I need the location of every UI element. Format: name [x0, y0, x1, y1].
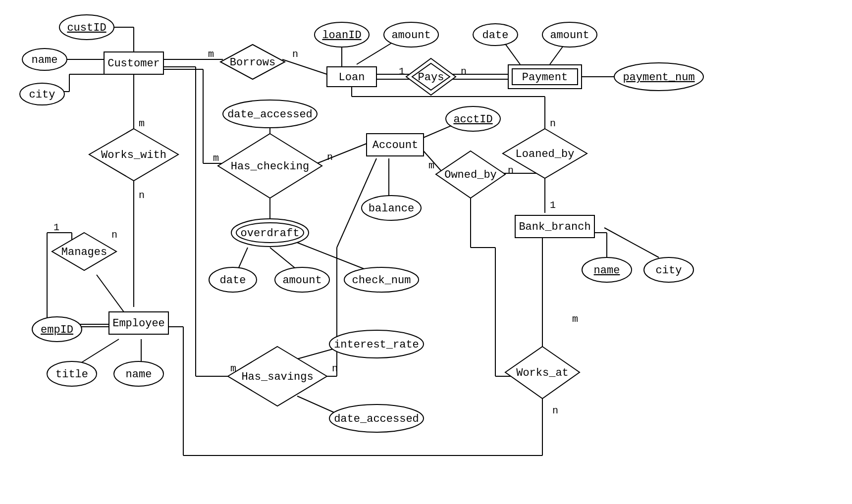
svg-text:n: n	[327, 151, 333, 163]
svg-text:m: m	[230, 363, 236, 374]
attr-payment-num: payment_num	[614, 63, 703, 91]
attr-branch-city: city	[644, 257, 693, 282]
svg-text:overdraft: overdraft	[241, 227, 300, 240]
svg-line-22	[317, 144, 367, 163]
entity-payment: Payment	[508, 65, 582, 89]
svg-text:payment_num: payment_num	[623, 71, 694, 84]
svg-text:check_num: check_num	[352, 274, 411, 287]
rel-borrows: Borrows	[220, 45, 285, 79]
attr-custid: custID	[59, 15, 114, 40]
rel-has-checking-label: Has_checking	[231, 160, 309, 173]
rel-works-with: Works_with	[89, 129, 178, 181]
svg-text:date_accessed: date_accessed	[227, 108, 313, 121]
svg-text:interest_rate: interest_rate	[334, 339, 419, 351]
attr-emp-name: name	[114, 361, 163, 386]
entity-bank-branch-label: Bank_branch	[519, 221, 590, 233]
rel-owned-by: Owned_by	[436, 151, 505, 198]
attr-cust-name: name	[22, 49, 67, 70]
entity-loan: Loan	[327, 67, 376, 87]
svg-text:1: 1	[399, 66, 405, 77]
svg-text:n: n	[332, 363, 338, 374]
attr-sav-date-accessed: date_accessed	[329, 404, 424, 432]
svg-text:balance: balance	[369, 202, 414, 215]
attr-pay-date: date	[473, 24, 518, 46]
rel-loaned-by-label: Loaned_by	[516, 148, 575, 160]
attr-branch-name: name	[582, 257, 632, 282]
rel-loaned-by: Loaned_by	[503, 129, 587, 178]
entity-account-label: Account	[373, 139, 418, 151]
rel-manages: Manages	[52, 233, 116, 270]
svg-text:city: city	[29, 89, 55, 101]
rel-works-at-label: Works_at	[516, 367, 569, 379]
rel-pays-label: Pays	[418, 71, 444, 84]
rel-has-checking: Has_checking	[218, 134, 322, 198]
svg-text:m: m	[572, 313, 578, 325]
svg-text:date: date	[220, 274, 246, 287]
svg-line-27	[297, 243, 367, 270]
svg-text:empID: empID	[41, 324, 73, 336]
entity-employee: Employee	[109, 312, 168, 334]
attr-date-accessed: date_accessed	[223, 100, 317, 128]
rel-borrows-label: Borrows	[230, 56, 275, 69]
rel-manages-label: Manages	[61, 246, 107, 258]
attr-emp-title: title	[47, 361, 97, 386]
svg-text:n: n	[139, 190, 145, 201]
svg-text:n: n	[508, 165, 514, 176]
entity-loan-label: Loan	[339, 71, 365, 84]
svg-text:1: 1	[550, 200, 556, 211]
rel-pays: Pays	[406, 58, 456, 95]
entity-account: Account	[367, 134, 424, 156]
attr-cust-city: city	[20, 83, 64, 105]
rel-works-at: Works_at	[505, 347, 580, 399]
svg-text:date: date	[482, 29, 509, 42]
attr-empid: empID	[32, 317, 82, 342]
rel-works-with-label: Works_with	[101, 149, 166, 161]
svg-text:m: m	[208, 49, 214, 60]
svg-text:amount: amount	[282, 274, 321, 287]
attr-od-check-num: check_num	[344, 267, 419, 292]
svg-text:custID: custID	[67, 22, 106, 34]
entity-customer: Customer	[104, 52, 163, 74]
attr-pay-amount: amount	[542, 22, 597, 47]
svg-text:1: 1	[53, 222, 59, 233]
svg-text:n: n	[292, 49, 298, 60]
svg-text:n: n	[550, 118, 556, 129]
er-diagram: Customer Loan Payment Account Bank_branc…	[0, 0, 852, 504]
svg-text:loanID: loanID	[322, 29, 361, 42]
attr-overdraft: overdraft	[231, 219, 309, 247]
svg-line-25	[238, 248, 248, 270]
svg-line-7	[282, 59, 327, 74]
attr-acctid: acctID	[446, 106, 500, 131]
svg-line-43	[97, 275, 124, 312]
attr-od-date: date	[209, 267, 257, 292]
svg-text:n: n	[111, 229, 117, 241]
svg-text:amount: amount	[550, 29, 589, 42]
svg-text:city: city	[656, 264, 682, 277]
svg-text:amount: amount	[391, 29, 430, 42]
svg-text:m: m	[428, 160, 434, 171]
svg-line-39	[604, 228, 659, 257]
svg-text:name: name	[32, 54, 58, 66]
attr-balance: balance	[362, 196, 421, 220]
svg-text:m: m	[139, 118, 145, 129]
svg-line-26	[270, 248, 297, 270]
attr-interest-rate: interest_rate	[329, 330, 424, 358]
svg-text:name: name	[594, 264, 620, 277]
entity-employee-label: Employee	[112, 317, 165, 330]
entity-customer-label: Customer	[107, 57, 160, 70]
svg-text:m: m	[213, 152, 219, 164]
attr-od-amount: amount	[275, 267, 329, 292]
svg-text:acctID: acctID	[453, 113, 492, 126]
rel-has-savings: Has_savings	[228, 347, 327, 406]
entity-payment-label: Payment	[522, 71, 568, 84]
rel-owned-by-label: Owned_by	[444, 169, 497, 181]
entity-bank-branch: Bank_branch	[515, 215, 594, 238]
rel-has-savings-label: Has_savings	[241, 371, 313, 383]
svg-text:n: n	[461, 66, 467, 77]
svg-text:n: n	[552, 405, 558, 416]
svg-text:date_accessed: date_accessed	[334, 413, 419, 425]
attr-loanid: loanID	[315, 22, 369, 47]
svg-text:name: name	[126, 368, 152, 381]
svg-line-41	[79, 339, 119, 364]
svg-text:title: title	[55, 368, 88, 381]
